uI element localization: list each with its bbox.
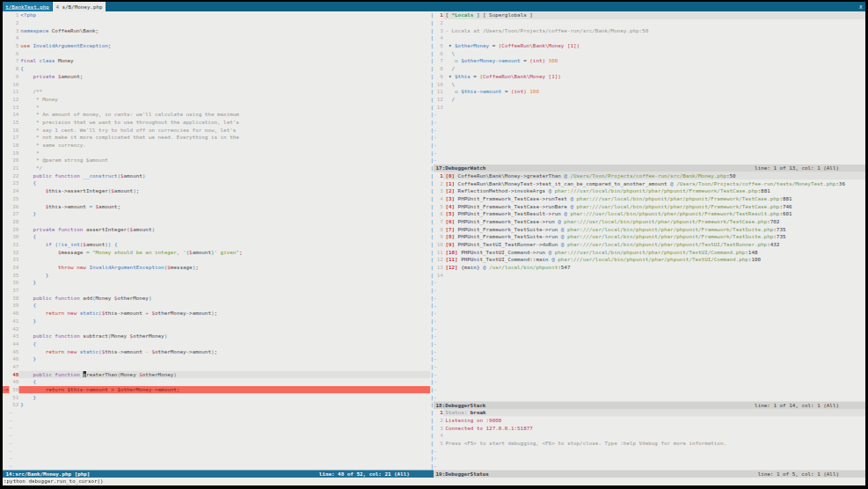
code-line[interactable]: 43 public function subtract(Money $other… bbox=[3, 332, 431, 340]
stack-line[interactable]: 4[3] PHPUnit_Framework_TestCase->runTest… bbox=[434, 195, 865, 203]
watch-line[interactable]: 12 / bbox=[434, 96, 865, 104]
code-line[interactable]: 16 * say 1 cent. We'll try to hold off o… bbox=[3, 126, 431, 134]
watch-text: \ bbox=[443, 80, 865, 88]
stack-line[interactable]: 14 bbox=[434, 272, 865, 280]
code-line[interactable]: 28 bbox=[3, 218, 431, 226]
stack-line[interactable]: 12[11] PHPUnit_TextUI_Command::main @ ph… bbox=[434, 256, 865, 264]
code-line[interactable]: 52} bbox=[3, 401, 431, 409]
code-line[interactable]: 44 { bbox=[3, 340, 431, 348]
watch-line[interactable]: 13 bbox=[434, 103, 865, 111]
close-tab-icon[interactable]: X bbox=[859, 2, 863, 11]
debugger-stack-pane[interactable]: 1[0] CoffeeRun\Bank\Money->greaterThan @… bbox=[434, 172, 865, 402]
stack-line[interactable]: 10[9] PHPUnit_TextUI_TestRunner->doRun @… bbox=[434, 241, 865, 249]
dstatus-line[interactable]: 3Connected to 127.0.0.1:51877 bbox=[434, 424, 865, 432]
code-line[interactable]: 30 { bbox=[3, 233, 431, 241]
code-line[interactable]: 7final class Money bbox=[3, 57, 431, 65]
code-line[interactable]: 37 bbox=[3, 287, 431, 295]
code-line[interactable]: 9 private $amount; bbox=[3, 73, 431, 81]
code-line[interactable]: 31 if (!is_int($amount)) { bbox=[3, 241, 431, 249]
code-line[interactable]: 33 bbox=[3, 256, 431, 264]
code-line[interactable]: 10 bbox=[3, 80, 431, 88]
code-line[interactable]: ->50 return $this->amount > $otherMoney-… bbox=[3, 386, 431, 394]
watch-line[interactable]: 10 \ bbox=[434, 80, 865, 88]
code-line[interactable]: 48 public function greaterThan(Money $ot… bbox=[3, 370, 431, 378]
code-line[interactable]: 8{ bbox=[3, 65, 431, 73]
code-line[interactable]: 1<?php bbox=[3, 11, 431, 19]
code-line[interactable]: 4 bbox=[3, 34, 431, 42]
code-text: } bbox=[18, 393, 430, 401]
code-line[interactable]: 39 { bbox=[3, 302, 431, 310]
code-line[interactable]: 32 $message = "Money should be an intege… bbox=[3, 248, 431, 256]
stack-line[interactable]: 11[10] PHPUnit_TextUI_Command->run @ pha… bbox=[434, 248, 865, 256]
watch-line[interactable]: 7 ◇ $otherMoney->amount = (int) 300 bbox=[434, 57, 865, 65]
code-text: /** bbox=[18, 88, 430, 96]
stack-line[interactable]: 5[4] PHPUnit_Framework_TestCase->runBare… bbox=[434, 202, 865, 210]
watch-line[interactable]: 3- Locals at /Users/Toon/Projects/coffee… bbox=[434, 26, 865, 34]
line-number: 17 bbox=[9, 134, 18, 142]
dstatus-line[interactable]: 4 bbox=[434, 432, 865, 440]
code-line[interactable]: 3namespace CoffeeRun\Bank; bbox=[3, 26, 431, 34]
tab-money[interactable]: 4s/B/Money.php bbox=[53, 2, 106, 11]
code-line[interactable]: 46 } bbox=[3, 355, 431, 363]
code-line[interactable]: 22 public function __construct($amount) bbox=[3, 172, 431, 180]
code-line[interactable]: 12 * Money bbox=[3, 96, 431, 104]
stack-line[interactable]: 3[2] ReflectionMethod->invokeArgs @ phar… bbox=[434, 187, 865, 195]
code-line[interactable]: 6 bbox=[3, 50, 431, 58]
code-line[interactable]: 25 bbox=[3, 195, 431, 203]
line-number: 1 bbox=[9, 11, 18, 19]
code-line[interactable]: 18 * same currency. bbox=[3, 142, 431, 150]
stack-line[interactable]: 1[0] CoffeeRun\Bank\Money->greaterThan @… bbox=[434, 172, 865, 180]
watch-line[interactable]: 5 ▾ $otherMoney = (CoffeeRun\Bank\Money … bbox=[434, 42, 865, 50]
watch-line[interactable]: 9 ▾ $this = (CoffeeRun\Bank\Money [1]) bbox=[434, 73, 865, 81]
code-line[interactable]: 15 * precision that we want to use throu… bbox=[3, 119, 431, 127]
command-line[interactable]: :python debugger.run_to_cursor() bbox=[3, 478, 866, 485]
code-line[interactable]: 29 private function assertInteger($amoun… bbox=[3, 225, 431, 233]
code-line[interactable]: 34 throw new InvalidArgumentException($m… bbox=[3, 264, 431, 272]
stack-line[interactable]: 6[5] PHPUnit_Framework_TestResult->run @… bbox=[434, 210, 865, 218]
dstatus-line[interactable]: 2Listening on :9000 bbox=[434, 417, 865, 425]
code-line[interactable]: 40 return new static($this->amount + $ot… bbox=[3, 310, 431, 317]
watch-line[interactable]: 2 bbox=[434, 19, 865, 27]
debugger-watch-pane[interactable]: 1[ *Locals ] [ Superglobals ]23- Locals … bbox=[434, 11, 865, 164]
code-line[interactable]: 45 return new static($this->amount - $ot… bbox=[3, 347, 431, 355]
code-line[interactable]: 20 * @param string $amount bbox=[3, 157, 431, 164]
statusline-editor-position: line: 48 of 52, col: 21 (All) bbox=[319, 470, 434, 478]
code-line[interactable]: 41 } bbox=[3, 317, 431, 325]
code-line[interactable]: 2 bbox=[3, 19, 431, 27]
stack-line[interactable]: 7[6] PHPUnit_Framework_TestCase->run @ p… bbox=[434, 218, 865, 226]
editor-pane[interactable]: 1<?php23namespace CoffeeRun\Bank;45use I… bbox=[3, 11, 431, 470]
code-line[interactable]: 47 bbox=[3, 363, 431, 371]
stack-line[interactable]: 13[12] {main} @ /usr/local/bin/phpunit:5… bbox=[434, 264, 865, 272]
tab-banktest[interactable]: t/BankTest.php bbox=[3, 2, 52, 11]
code-line[interactable]: 26 $this->amount = $amount; bbox=[3, 202, 431, 210]
code-line[interactable]: 49 { bbox=[3, 378, 431, 386]
code-line[interactable]: 11 /** bbox=[3, 88, 431, 96]
dstatus-text: Connected to 127.0.0.1:51877 bbox=[443, 424, 865, 432]
watch-line[interactable]: 1[ *Locals ] [ Superglobals ] bbox=[434, 11, 865, 19]
watch-line[interactable]: 8 / bbox=[434, 65, 865, 73]
stack-line[interactable]: 9[8] PHPUnit_Framework_TestSuite->run @ … bbox=[434, 233, 865, 241]
dstatus-line[interactable]: 1Status: break bbox=[434, 409, 865, 417]
code-line[interactable]: 38 public function add(Money $otherMoney… bbox=[3, 295, 431, 303]
code-line[interactable]: 14 * An amount of money, in cents: we'll… bbox=[3, 111, 431, 119]
empty-buffer-line: ~ bbox=[434, 134, 865, 142]
stack-line[interactable]: 8[7] PHPUnit_Framework_TestSuite->run @ … bbox=[434, 225, 865, 233]
code-line[interactable]: 19 * bbox=[3, 149, 431, 157]
code-line[interactable]: 21 */ bbox=[3, 164, 431, 172]
watch-line[interactable]: 11 ◇ $this->amount = (int) 100 bbox=[434, 88, 865, 96]
code-line[interactable]: 23 { bbox=[3, 179, 431, 187]
code-line[interactable]: 5use InvalidArgumentException; bbox=[3, 42, 431, 50]
code-line[interactable]: 13 * bbox=[3, 103, 431, 111]
dstatus-line[interactable]: 5Press <F5> to start debugging, <F6> to … bbox=[434, 440, 865, 448]
debugger-status-pane[interactable]: 1Status: break2Listening on :90003Connec… bbox=[434, 409, 865, 471]
code-line[interactable]: 24 $this->assertInteger($amount); bbox=[3, 187, 431, 195]
code-line[interactable]: 51 } bbox=[3, 393, 431, 401]
code-line[interactable]: 36 } bbox=[3, 279, 431, 287]
code-line[interactable]: 17 * not make it more complicated that w… bbox=[3, 134, 431, 142]
code-line[interactable]: 27 } bbox=[3, 210, 431, 218]
code-line[interactable]: 42 bbox=[3, 325, 431, 332]
code-line[interactable]: 35 } bbox=[3, 271, 431, 279]
watch-line[interactable]: 4 bbox=[434, 34, 865, 42]
watch-line[interactable]: 6 \ bbox=[434, 50, 865, 58]
stack-line[interactable]: 2[1] CoffeeRun\Bank\MoneyTest->test_it_c… bbox=[434, 179, 865, 187]
